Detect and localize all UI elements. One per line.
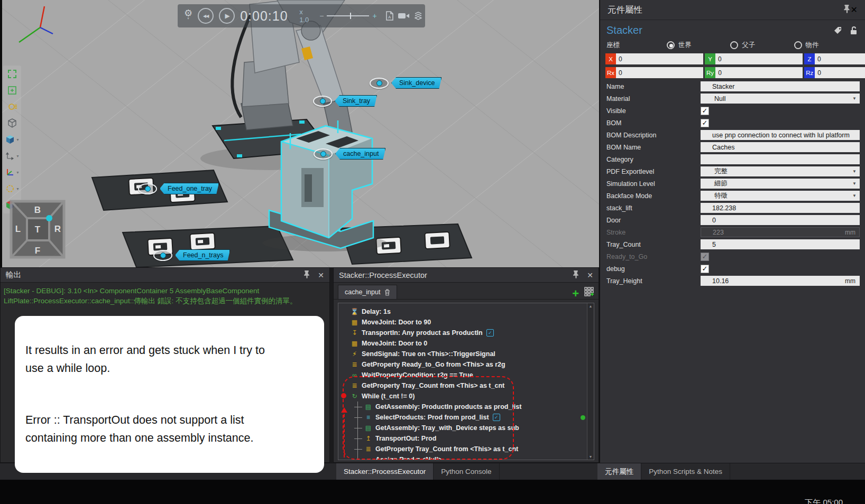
radio-icon[interactable] [667,41,675,49]
shaded-cube-icon[interactable]: ▼ [5,134,20,145]
callout-feed-n-trays[interactable]: Feed_n_trays [153,249,230,261]
process-step[interactable]: ↧TransportIn: Any product as ProductIn✓ [338,328,594,338]
radio-icon[interactable] [730,41,738,49]
visible-checkbox[interactable]: ✓ [701,107,709,115]
node-label[interactable]: Feed_n_trays [175,249,230,261]
node-marker-icon[interactable] [313,96,332,107]
3d-viewport[interactable] [0,0,599,267]
sim-settings-gear-icon[interactable]: ⚙▼ [184,11,192,21]
node-marker-icon[interactable] [138,183,157,194]
simulation-level-select[interactable]: 細節▼ [701,179,860,189]
callout-feed-one-tray[interactable]: Feed_one_tray [138,183,219,194]
node-label[interactable]: Feed_one_tray [160,183,219,194]
tray-count-input[interactable] [701,239,860,249]
tray-height-input[interactable] [701,276,860,286]
record-video-icon[interactable] [398,12,410,20]
routine-grid-button[interactable] [584,287,594,297]
layers-icon[interactable] [414,12,422,20]
list-scrollbar[interactable]: ▲ ▼ [587,303,594,460]
process-step[interactable]: ∞WaitPropertyCondition: r2g == True [338,370,594,380]
speed-decrease-icon[interactable]: − [319,12,324,20]
speed-slider[interactable] [327,15,369,16]
x-input[interactable] [616,53,703,64]
node-label[interactable]: cache_input [335,148,385,160]
process-step[interactable]: ⚡SendSignal: True on <This>::TriggerSign… [338,349,594,359]
coord-option-object[interactable]: 物件 [794,41,858,50]
name-input[interactable] [701,81,860,91]
node-label[interactable]: Sink_device [391,77,441,89]
stack-lift-input[interactable] [701,203,860,213]
light-icon[interactable] [7,101,17,112]
sim-play-button[interactable]: ▶ [219,8,235,24]
pin-icon[interactable] [303,270,310,279]
node-marker-icon[interactable] [314,148,333,160]
process-step[interactable]: ⌛Delay: 1s [338,306,594,317]
tag-icon[interactable] [834,26,843,35]
scroll-up-icon[interactable]: ▲ [589,304,593,308]
process-step[interactable]: ▦MoveJoint: Door to 0 [338,338,594,349]
tab-python-console[interactable]: Python Console [434,463,499,480]
attached-check-icon[interactable]: ✓ [486,329,494,337]
node-marker-icon[interactable] [370,78,389,89]
close-icon[interactable]: ✕ [587,272,593,279]
tab-component-properties[interactable]: 元件屬性 [597,463,641,480]
coord-option-world[interactable]: 世界 [667,41,730,50]
category-input[interactable] [701,154,860,164]
door-input[interactable] [701,215,860,225]
pin-icon[interactable] [573,270,579,279]
area-select-icon[interactable]: ▼ [5,183,20,194]
callout-sink-device[interactable]: Sink_device [370,77,441,89]
process-step[interactable]: ▤GetAssembly: ProductIn products as prod… [338,402,594,412]
debug-checkbox[interactable]: ✓ [701,265,709,273]
bom-description-input[interactable] [701,130,860,140]
scroll-down-icon[interactable]: ▼ [589,455,593,459]
radio-icon[interactable] [794,41,802,49]
fit-selection-icon[interactable] [7,85,17,96]
rz-input[interactable] [815,67,865,78]
sim-reset-button[interactable]: ◀◀ [198,8,214,24]
node-marker-icon[interactable] [153,250,172,261]
process-step[interactable]: :=Assign Prod = <Null> [338,454,594,460]
process-step[interactable]: ≡SelectProducts: Prod from prod_list✓ [338,412,594,423]
attached-check-icon[interactable]: ✓ [493,414,500,421]
bom-checkbox[interactable]: ✓ [701,119,709,127]
pdf-export-icon[interactable]: A [385,11,394,21]
coord-option-parent[interactable]: 父子 [730,41,794,50]
callout-sink-tray[interactable]: Sink_tray [313,95,377,107]
process-step[interactable]: ↥TransportOut: Prod [338,433,594,444]
material-select[interactable]: Null▼ [701,94,860,104]
tab-cache-input[interactable]: cache_input [338,285,397,299]
process-step[interactable]: ▤GetAssembly: Tray_with_Device steps as … [338,423,594,433]
node-label[interactable]: Sink_tray [335,95,377,107]
bom-name-input[interactable] [701,142,860,152]
close-icon[interactable]: ✕ [851,5,858,15]
process-step[interactable]: ≣GetProperty Ready_to_Go from <This> as … [338,359,594,370]
move-axes-icon[interactable]: ▼ [5,151,20,161]
y-input[interactable] [715,53,803,64]
delete-routine-icon[interactable] [384,289,390,296]
speed-slider-handle[interactable] [350,13,351,19]
close-icon[interactable]: ✕ [318,272,324,279]
process-step[interactable]: ≣GetProperty Tray_Count from <This> as t… [338,380,594,391]
fit-view-icon[interactable] [7,69,17,79]
add-routine-button[interactable]: + [572,288,579,299]
backface-mode-select[interactable]: 特徵▼ [701,191,860,201]
pin-icon[interactable] [843,5,851,15]
speed-increase-icon[interactable]: + [372,12,376,20]
tab-process-executor[interactable]: Stacker::ProcessExecutor [336,463,434,480]
z-input[interactable] [815,53,865,64]
process-step-while[interactable]: −↻While (t_cnt != 0) [338,391,594,402]
ry-input[interactable] [715,67,803,78]
console-log[interactable]: [Stacker - DEBUG]: 3.10 <In> ComponentCo… [1,283,329,309]
view-cube[interactable]: B L T R F [10,199,66,262]
unlock-icon[interactable] [850,26,858,35]
rx-input[interactable] [616,67,703,78]
process-step[interactable]: ▦MoveJoint: Door to 90 [338,317,594,328]
process-step[interactable]: ≣GetProperty Tray_Count from <This> as t… [338,444,594,454]
process-step-list[interactable]: ⌛Delay: 1s ▦MoveJoint: Door to 90 ↧Trans… [338,303,594,460]
world-axes-icon[interactable]: ▼ [5,167,20,178]
pdf-exportlevel-select[interactable]: 完整▼ [701,166,860,176]
wireframe-cube-icon[interactable] [7,118,17,128]
callout-cache-input[interactable]: cache_input [314,148,385,160]
tab-python-scripts-notes[interactable]: Python Scripts & Notes [641,463,730,480]
